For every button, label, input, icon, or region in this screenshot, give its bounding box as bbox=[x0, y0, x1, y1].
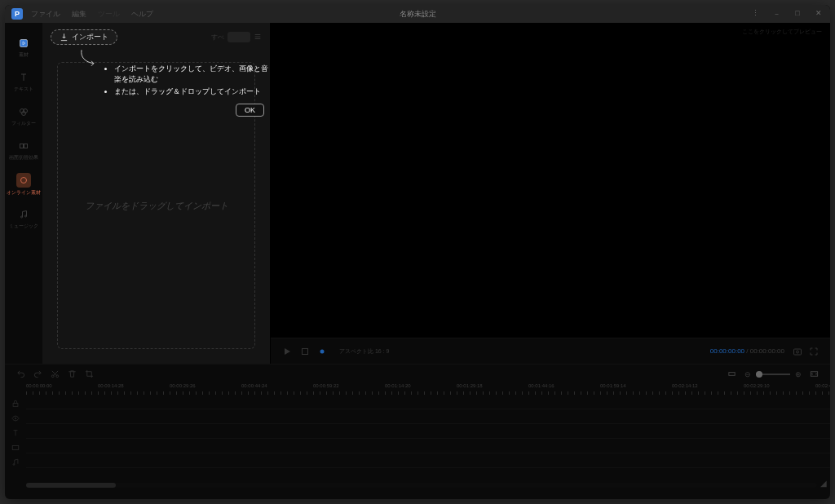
aspect-label: アスペクト比 16 : 9 bbox=[339, 347, 389, 356]
timeline-track[interactable] bbox=[26, 453, 830, 468]
transport-bar: アスペクト比 16 : 9 00:00:00:00 / 00:00:00:00 bbox=[271, 338, 830, 364]
timeline-ruler[interactable]: 00:00:00:00 00:00:14:28 00:00:29:26 00:0… bbox=[5, 383, 830, 395]
import-icon bbox=[60, 33, 68, 42]
filter-icon bbox=[17, 105, 30, 118]
svg-rect-22 bbox=[13, 404, 18, 407]
timeline-toolbar: ⊖ ⊕ bbox=[5, 364, 830, 383]
media-panel: インポート すべ ファイルをドラッグしてインポート インポートをクリックして bbox=[42, 23, 271, 364]
track-lock-icon[interactable] bbox=[5, 396, 26, 411]
tc-current: 00:00:00:00 bbox=[710, 347, 744, 355]
rail-music[interactable]: ミュージック bbox=[5, 201, 42, 235]
track-video-icon[interactable] bbox=[5, 440, 26, 455]
resize-grip-icon[interactable]: ◢ bbox=[820, 479, 827, 488]
tooltip-arrow-icon bbox=[77, 47, 101, 69]
preview-canvas[interactable] bbox=[271, 23, 830, 338]
timeline-track[interactable] bbox=[26, 439, 830, 453]
record-icon[interactable] bbox=[318, 347, 326, 356]
onboarding-tooltip: インポートをクリックして、ビデオ、画像と音楽を読み込む または、ドラッグ＆ドロッ… bbox=[65, 64, 269, 117]
menu-tools[interactable]: ツール bbox=[98, 9, 120, 20]
play-icon[interactable] bbox=[282, 347, 292, 356]
zoom-slider[interactable]: ⊖ ⊕ bbox=[744, 370, 802, 378]
svg-point-15 bbox=[320, 349, 325, 353]
rail-media[interactable]: 素材 bbox=[5, 29, 42, 64]
stop-icon[interactable] bbox=[300, 347, 310, 356]
rail-label: テキスト bbox=[14, 86, 33, 91]
import-label: インポート bbox=[72, 32, 108, 42]
ruler-tick: 00:01:44:16 bbox=[528, 383, 554, 388]
menu-edit[interactable]: 編集 bbox=[72, 9, 86, 20]
menu-file[interactable]: ファイル bbox=[31, 9, 60, 20]
ruler-tick: 00:00:14:28 bbox=[98, 383, 124, 388]
timeline-scrollbar[interactable] bbox=[26, 483, 817, 488]
ruler-tick: 00:01:14:20 bbox=[385, 383, 411, 388]
rail-label: 素材 bbox=[19, 52, 29, 57]
menu-help[interactable]: ヘルプ bbox=[131, 9, 153, 20]
crop-icon[interactable] bbox=[85, 369, 94, 378]
delete-icon[interactable] bbox=[68, 369, 77, 378]
rail-overlay[interactable]: 画面切替効果 bbox=[5, 132, 42, 166]
svg-marker-13 bbox=[285, 348, 290, 355]
zoom-track[interactable] bbox=[756, 374, 790, 375]
window-more-icon[interactable]: ⋮ bbox=[750, 9, 760, 20]
rail-label: ミュージック bbox=[9, 223, 38, 228]
track-rows[interactable] bbox=[26, 395, 830, 481]
preview-panel: ここをクリックしてプレビュー アスペクト比 16 : 9 00:00:00:00… bbox=[271, 23, 830, 364]
ruler-tick: 00:02:44:08 bbox=[815, 383, 830, 388]
svg-rect-24 bbox=[12, 446, 19, 450]
timeline-track[interactable] bbox=[26, 395, 830, 409]
tooltip-line: または、ドラッグ＆ドロップしてインポート bbox=[114, 86, 269, 97]
svg-rect-16 bbox=[794, 349, 802, 355]
cut-icon[interactable] bbox=[51, 369, 60, 378]
sort-pill bbox=[228, 32, 250, 42]
ruler-tick: 00:01:29:18 bbox=[457, 383, 483, 388]
ruler-tick: 00:01:59:14 bbox=[600, 383, 626, 388]
window-maximize-icon[interactable]: □ bbox=[793, 9, 802, 20]
app-logo-icon: P bbox=[11, 8, 23, 20]
ruler-tick: 00:00:59:22 bbox=[313, 383, 339, 388]
track-eye-icon[interactable] bbox=[5, 411, 26, 426]
tooltip-ok-button[interactable]: OK bbox=[236, 104, 264, 117]
main-body: 素材 テキスト フィルター 画面切替効果 オンライン素材 ミュージック bbox=[5, 23, 830, 364]
window-minimize-icon[interactable]: － bbox=[771, 9, 781, 20]
snapshot-icon[interactable] bbox=[793, 347, 802, 356]
import-button[interactable]: インポート bbox=[51, 29, 117, 45]
rail-label: フィルター bbox=[11, 121, 36, 126]
dropzone-hint: ファイルをドラッグしてインポート bbox=[85, 200, 228, 212]
svg-point-17 bbox=[797, 351, 799, 353]
timeline-track[interactable] bbox=[26, 409, 830, 424]
sort-dropdown[interactable]: すべ bbox=[211, 32, 262, 42]
track-audio-icon[interactable] bbox=[5, 455, 26, 470]
left-tool-rail: 素材 テキスト フィルター 画面切替効果 オンライン素材 ミュージック bbox=[5, 23, 42, 364]
svg-point-7 bbox=[21, 177, 27, 183]
tooltip-line: インポートをクリックして、ビデオ、画像と音楽を読み込む bbox=[114, 64, 269, 84]
tc-total: 00:00:00:00 bbox=[750, 347, 784, 355]
music-icon bbox=[17, 208, 30, 221]
timeline-track[interactable] bbox=[26, 424, 830, 439]
scrollbar-thumb[interactable] bbox=[26, 483, 116, 488]
ruler-tick: 00:00:29:26 bbox=[170, 383, 196, 388]
svg-point-8 bbox=[21, 216, 23, 218]
rail-label: オンライン素材 bbox=[7, 190, 41, 195]
redo-icon[interactable] bbox=[33, 369, 42, 378]
track-head-column bbox=[5, 395, 26, 481]
undo-icon[interactable] bbox=[16, 369, 25, 378]
titlebar: P ファイル 編集 ツール ヘルプ 名称未設定 ⋮ － □ ✕ bbox=[5, 5, 830, 23]
preview-watermark: ここをクリックしてプレビュー bbox=[742, 28, 822, 36]
track-text-icon[interactable] bbox=[5, 426, 26, 440]
list-view-icon[interactable] bbox=[254, 33, 262, 41]
zoom-in-icon[interactable]: ⊕ bbox=[795, 370, 802, 378]
ruler-tick: 00:02:14:12 bbox=[672, 383, 698, 388]
zoom-out-icon[interactable]: ⊖ bbox=[744, 370, 751, 378]
app-window: P ファイル 編集 ツール ヘルプ 名称未設定 ⋮ － □ ✕ 素材 bbox=[5, 5, 830, 499]
zoom-knob[interactable] bbox=[756, 371, 762, 378]
shrink-icon[interactable] bbox=[727, 369, 736, 378]
rail-text[interactable]: テキスト bbox=[5, 64, 42, 98]
window-close-icon[interactable]: ✕ bbox=[814, 9, 824, 20]
fullscreen-icon[interactable] bbox=[809, 347, 819, 356]
rail-filter[interactable]: フィルター bbox=[5, 98, 42, 132]
rail-label: 画面切替効果 bbox=[9, 155, 38, 160]
fit-icon[interactable] bbox=[810, 369, 819, 378]
rail-online[interactable]: オンライン素材 bbox=[5, 166, 42, 201]
window-title: 名称未設定 bbox=[400, 9, 436, 20]
ruler-tick: 00:02:29:10 bbox=[744, 383, 770, 388]
